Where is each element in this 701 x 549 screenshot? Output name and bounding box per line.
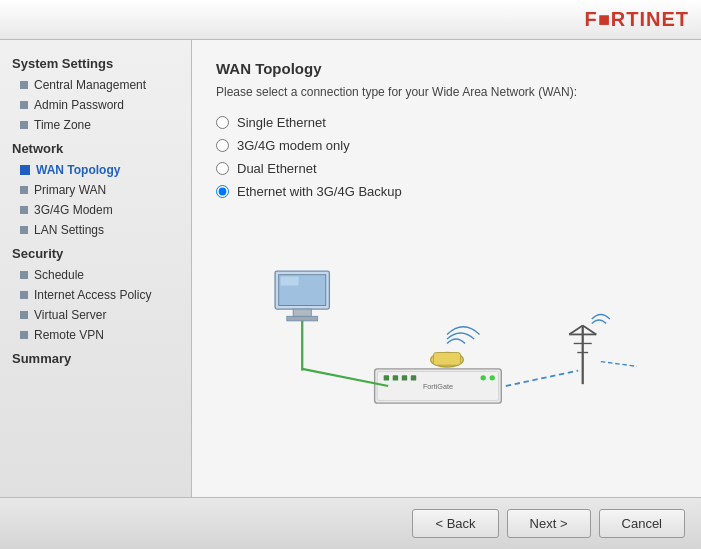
sidebar-section-summary: Summary	[0, 345, 191, 370]
bullet-icon	[20, 121, 28, 129]
active-bullet-icon	[20, 165, 30, 175]
sidebar-item-internet-access-policy[interactable]: Internet Access Policy	[0, 285, 191, 305]
option-3g4g-modem[interactable]: 3G/4G modem only	[216, 138, 677, 153]
svg-rect-8	[383, 375, 388, 380]
sidebar-item-virtual-server[interactable]: Virtual Server	[0, 305, 191, 325]
svg-rect-10	[401, 375, 406, 380]
svg-rect-15	[433, 353, 460, 366]
sidebar-item-wan-topology[interactable]: WAN Topology	[0, 160, 191, 180]
fortinet-logo: F◼RTINET	[585, 8, 689, 31]
topology-svg: FortiGate	[257, 248, 637, 448]
radio-single-ethernet[interactable]	[216, 116, 229, 129]
main-content: WAN Topology Please select a connection …	[192, 40, 701, 497]
sidebar-item-time-zone[interactable]: Time Zone	[0, 115, 191, 135]
sidebar-item-remote-vpn[interactable]: Remote VPN	[0, 325, 191, 345]
sidebar-item-lan-settings[interactable]: LAN Settings	[0, 220, 191, 240]
svg-line-21	[582, 325, 596, 334]
sidebar-section-system-settings: System Settings	[0, 50, 191, 75]
svg-rect-2	[293, 309, 311, 316]
svg-rect-11	[410, 375, 415, 380]
option-ethernet-backup[interactable]: Ethernet with 3G/4G Backup	[216, 184, 677, 199]
option-dual-ethernet[interactable]: Dual Ethernet	[216, 161, 677, 176]
content-subtitle: Please select a connection type for your…	[216, 85, 677, 99]
bullet-icon	[20, 291, 28, 299]
cancel-button[interactable]: Cancel	[599, 509, 685, 538]
svg-point-13	[489, 375, 494, 380]
next-button[interactable]: Next >	[507, 509, 591, 538]
svg-text:FortiGate: FortiGate	[422, 382, 452, 391]
sidebar-item-schedule[interactable]: Schedule	[0, 265, 191, 285]
radio-dual-ethernet[interactable]	[216, 162, 229, 175]
bullet-icon	[20, 101, 28, 109]
svg-rect-9	[392, 375, 397, 380]
sidebar: System Settings Central Management Admin…	[0, 40, 192, 497]
bullet-icon	[20, 186, 28, 194]
radio-3g4g-modem[interactable]	[216, 139, 229, 152]
svg-line-31	[600, 362, 636, 371]
footer: < Back Next > Cancel	[0, 497, 701, 549]
sidebar-item-3g4g-modem[interactable]: 3G/4G Modem	[0, 200, 191, 220]
svg-rect-4	[280, 277, 298, 286]
sidebar-item-admin-password[interactable]: Admin Password	[0, 95, 191, 115]
sidebar-section-security: Security	[0, 240, 191, 265]
svg-line-20	[569, 325, 583, 334]
header: F◼RTINET	[0, 0, 701, 40]
sidebar-item-primary-wan[interactable]: Primary WAN	[0, 180, 191, 200]
option-single-ethernet[interactable]: Single Ethernet	[216, 115, 677, 130]
bullet-icon	[20, 206, 28, 214]
topology-radio-group: Single Ethernet 3G/4G modem only Dual Et…	[216, 115, 677, 199]
dashed-wan-line	[505, 371, 577, 386]
radio-ethernet-backup[interactable]	[216, 185, 229, 198]
sidebar-item-central-management[interactable]: Central Management	[0, 75, 191, 95]
svg-rect-3	[286, 316, 317, 321]
topology-diagram: FortiGate	[216, 219, 677, 477]
bullet-icon	[20, 226, 28, 234]
bullet-icon	[20, 271, 28, 279]
body-area: System Settings Central Management Admin…	[0, 40, 701, 497]
bullet-icon	[20, 311, 28, 319]
bullet-icon	[20, 331, 28, 339]
svg-point-12	[480, 375, 485, 380]
sidebar-section-network: Network	[0, 135, 191, 160]
page-title: WAN Topology	[216, 60, 677, 77]
main-container: F◼RTINET System Settings Central Managem…	[0, 0, 701, 549]
bullet-icon	[20, 81, 28, 89]
back-button[interactable]: < Back	[412, 509, 498, 538]
